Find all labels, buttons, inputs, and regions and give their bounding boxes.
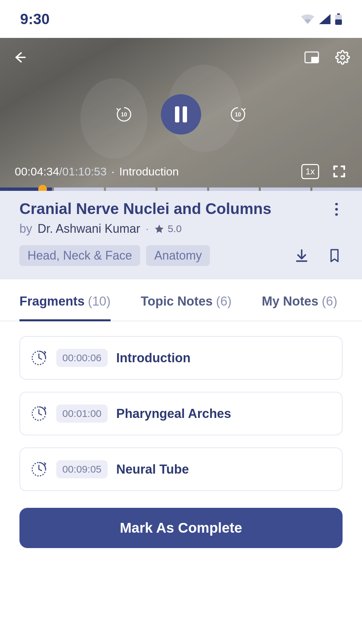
tab-label: Topic Notes	[141, 294, 213, 309]
video-player[interactable]: 10 10 00:04:34/01:10:53 · Introduction 1…	[0, 38, 362, 191]
cellular-icon	[319, 14, 330, 24]
lecture-title: Cranial Nerve Nuclei and Columns	[19, 200, 272, 218]
battery-icon	[335, 13, 342, 25]
fragment-item[interactable]: 00:01:00 Pharyngeal Arches	[19, 392, 343, 435]
svg-rect-8	[175, 106, 179, 122]
svg-rect-9	[183, 106, 187, 122]
status-bar: 9:30	[0, 0, 362, 38]
fragment-title: Introduction	[116, 351, 191, 365]
byline: by Dr. Ashwani Kumar · 5.0	[19, 222, 343, 236]
svg-rect-0	[337, 13, 340, 15]
progress-bar[interactable]	[0, 187, 362, 191]
by-label: by	[19, 222, 32, 236]
rating: 5.0	[154, 223, 182, 234]
pause-button[interactable]	[161, 94, 201, 135]
tab-my-notes[interactable]: My Notes (6)	[262, 294, 337, 321]
rewind-10-button[interactable]: 10	[114, 104, 134, 124]
tag[interactable]: Head, Neck & Face	[19, 245, 140, 266]
more-options-button[interactable]	[330, 200, 343, 216]
fullscreen-button[interactable]	[331, 163, 347, 179]
tabs: Fragments (10) Topic Notes (6) My Notes …	[0, 279, 362, 321]
svg-text:10: 10	[121, 112, 127, 117]
status-time: 9:30	[20, 11, 50, 28]
bookmark-button[interactable]	[326, 248, 343, 264]
clock-icon	[30, 461, 48, 478]
lecture-info: Cranial Nerve Nuclei and Columns by Dr. …	[0, 191, 362, 279]
duration: 01:10:53	[62, 165, 107, 178]
fragment-item[interactable]: 00:00:06 Introduction	[19, 336, 343, 380]
fragment-list: 00:00:06 Introduction 00:01:00 Pharyngea…	[0, 321, 362, 491]
tag[interactable]: Anatomy	[146, 245, 210, 266]
fragment-title: Neural Tube	[116, 462, 189, 477]
clock-icon	[30, 405, 48, 422]
download-button[interactable]	[294, 248, 310, 264]
fragment-timestamp: 00:01:00	[56, 405, 108, 423]
settings-button[interactable]	[335, 49, 351, 65]
pip-button[interactable]	[304, 49, 320, 65]
back-button[interactable]	[11, 49, 27, 65]
clock-icon	[30, 349, 48, 367]
fragment-timestamp: 00:00:06	[56, 349, 108, 367]
current-chapter: Introduction	[119, 165, 179, 178]
fragment-timestamp: 00:09:05	[56, 460, 108, 478]
tab-count: (6)	[322, 294, 337, 309]
fragment-title: Pharyngeal Arches	[116, 407, 231, 421]
current-time: 00:04:34	[15, 165, 59, 178]
playback-speed-button[interactable]: 1x	[301, 164, 319, 179]
svg-rect-5	[312, 57, 318, 62]
svg-point-6	[341, 56, 345, 59]
tab-topic-notes[interactable]: Topic Notes (6)	[141, 294, 232, 321]
tab-count: (10)	[88, 294, 111, 309]
tab-count: (6)	[216, 294, 232, 309]
tab-label: Fragments	[19, 294, 84, 309]
svg-text:10: 10	[235, 112, 241, 117]
svg-rect-2	[335, 19, 342, 25]
wifi-icon	[301, 14, 314, 24]
playback-position: 00:04:34/01:10:53 · Introduction	[15, 165, 179, 178]
tab-label: My Notes	[262, 294, 318, 309]
instructor-name: Dr. Ashwani Kumar	[38, 222, 140, 236]
forward-10-button[interactable]: 10	[228, 104, 248, 124]
fragment-item[interactable]: 00:09:05 Neural Tube	[19, 447, 343, 491]
tags: Head, Neck & Face Anatomy	[19, 245, 210, 266]
status-icons	[301, 13, 342, 25]
tab-fragments[interactable]: Fragments (10)	[19, 294, 111, 321]
rating-value: 5.0	[168, 223, 182, 234]
mark-complete-button[interactable]: Mark As Complete	[19, 508, 343, 548]
